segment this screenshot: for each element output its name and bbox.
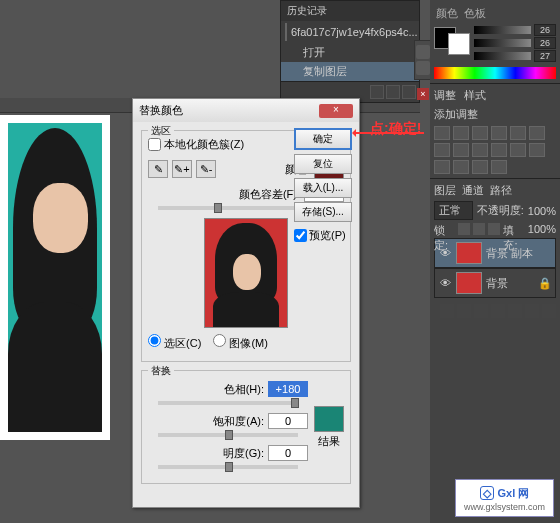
adjust-title: 添加调整: [434, 107, 556, 122]
layer-name: 背景 副本: [486, 246, 533, 261]
watermark: ◇ Gxl 网 www.gxlsystem.com: [455, 479, 554, 517]
dialog-buttons: 确定 复位 载入(L)... 存储(S)... 预览(P): [294, 128, 352, 243]
layers-panel: 图层 通道 路径 正常 不透明度: 100% 锁定: 填充: 100% 👁 背景…: [430, 179, 560, 322]
adjust-icons-row2: [434, 143, 556, 157]
canvas-image[interactable]: [0, 115, 110, 440]
dialog-titlebar[interactable]: 替换颜色 ×: [133, 99, 359, 122]
panel-close-icon[interactable]: ×: [417, 88, 429, 100]
right-column: 颜色 色板 26 26 27 调整样式 添加调整 图层 通道 路径 正常 不透明…: [430, 0, 560, 523]
lightness-input[interactable]: 0: [268, 445, 308, 461]
tab-adjust[interactable]: 调整: [434, 89, 456, 101]
hue-spectrum[interactable]: [434, 67, 556, 79]
trash-icon[interactable]: [542, 304, 556, 318]
layer-thumb: [456, 272, 482, 294]
link-icon[interactable]: [440, 304, 454, 318]
history-step[interactable]: 打开: [281, 43, 419, 62]
result-swatch[interactable]: [314, 406, 344, 432]
mask-icon[interactable]: [474, 304, 488, 318]
fill-value[interactable]: 100%: [528, 223, 556, 235]
para-icon[interactable]: [416, 61, 430, 75]
tab-style[interactable]: 样式: [464, 89, 486, 101]
history-filename: 6fa017c7jw1ey4fx6ps4c...: [291, 26, 418, 38]
preview-checkbox[interactable]: 预览(P): [294, 228, 352, 243]
r-slider[interactable]: [474, 26, 531, 34]
history-thumb: [285, 23, 287, 41]
layer-row[interactable]: 👁 背景 🔒: [434, 268, 556, 298]
camera-icon[interactable]: [370, 85, 384, 99]
tab-swatch[interactable]: 色板: [464, 7, 486, 19]
ok-button[interactable]: 确定: [294, 128, 352, 150]
g-slider[interactable]: [474, 39, 531, 47]
lock-position-icon[interactable]: [473, 223, 485, 235]
hue-slider[interactable]: [158, 401, 298, 405]
layer-thumb: [456, 242, 482, 264]
adjustments-panel: 调整样式 添加调整: [430, 84, 560, 179]
layer-name: 背景: [486, 276, 508, 291]
color-swatches[interactable]: [434, 27, 470, 59]
adjust-icons-row1: [434, 126, 556, 140]
tab-color[interactable]: 颜色: [436, 7, 458, 19]
lock-all-icon[interactable]: [488, 223, 500, 235]
lock-icon: 🔒: [538, 277, 552, 290]
eyedropper-icon[interactable]: ✎: [148, 160, 168, 178]
eyedropper-sub-icon[interactable]: ✎-: [196, 160, 216, 178]
new-icon[interactable]: [386, 85, 400, 99]
history-panel: 历史记录 6fa017c7jw1ey4fx6ps4c... 打开 复制图层: [280, 0, 420, 103]
photo-teal-bg: [8, 123, 102, 432]
save-button[interactable]: 存储(S)...: [294, 202, 352, 222]
opacity-value[interactable]: 100%: [528, 205, 556, 217]
new-layer-icon[interactable]: [525, 304, 539, 318]
trash-icon[interactable]: [402, 85, 416, 99]
visibility-icon[interactable]: 👁: [438, 277, 452, 289]
saturation-input[interactable]: 0: [268, 413, 308, 429]
lock-pixels-icon[interactable]: [458, 223, 470, 235]
history-step-selected[interactable]: 复制图层: [281, 62, 419, 81]
b-slider[interactable]: [474, 52, 531, 60]
fx-icon[interactable]: [457, 304, 471, 318]
hue-input[interactable]: +180: [268, 381, 308, 397]
load-button[interactable]: 载入(L)...: [294, 178, 352, 198]
lightness-slider[interactable]: [158, 465, 298, 469]
saturation-slider[interactable]: [158, 433, 298, 437]
close-icon[interactable]: ×: [319, 104, 353, 118]
eyedropper-add-icon[interactable]: ✎+: [172, 160, 192, 178]
callout-text: 点:确定!: [370, 120, 421, 138]
char-icon[interactable]: [416, 45, 430, 59]
adjust-icons-row3: [434, 160, 556, 174]
blend-mode-select[interactable]: 正常: [434, 201, 473, 220]
radio-image[interactable]: 图像(M): [213, 334, 268, 351]
history-file-row[interactable]: 6fa017c7jw1ey4fx6ps4c...: [281, 21, 419, 43]
group-icon[interactable]: [508, 304, 522, 318]
layer-panel-buttons: [434, 304, 556, 318]
radio-selection[interactable]: 选区(C): [148, 334, 201, 351]
layer-row[interactable]: 👁 背景 副本: [434, 238, 556, 268]
dialog-title: 替换颜色: [139, 103, 183, 118]
color-panel: 颜色 色板 26 26 27: [430, 0, 560, 84]
preview-thumbnail[interactable]: [204, 218, 288, 328]
replace-fieldset: 替换 色相(H):+180 饱和度(A):0 明度(G):0 结果: [141, 370, 351, 484]
history-tab[interactable]: 历史记录: [281, 1, 419, 21]
tab-layers[interactable]: 图层: [434, 184, 456, 196]
adjust-layer-icon[interactable]: [491, 304, 505, 318]
visibility-icon[interactable]: 👁: [438, 247, 452, 259]
reset-button[interactable]: 复位: [294, 154, 352, 174]
